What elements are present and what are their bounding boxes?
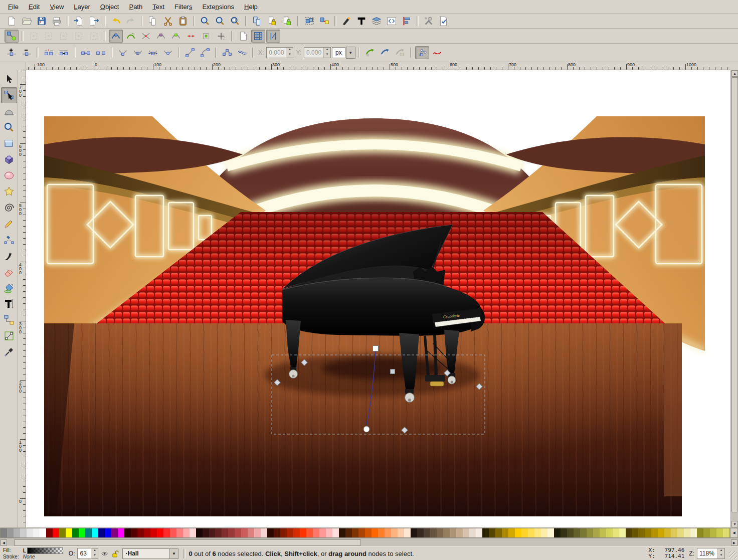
palette-swatch[interactable] [261,528,267,537]
preferences-button[interactable] [422,15,436,28]
snap-bbox-edge-midpoints-button[interactable] [72,30,86,43]
layers-dialog-button[interactable] [370,15,384,28]
snap-page-border-button[interactable] [236,30,250,43]
palette-swatch[interactable] [20,528,27,537]
palette-swatch[interactable] [209,528,216,537]
palette-swatch[interactable] [287,528,293,537]
palette-swatch[interactable] [358,528,365,537]
palette-swatch[interactable] [248,528,254,537]
palette-swatch[interactable] [476,528,482,537]
palette-swatch[interactable] [190,528,196,537]
palette-swatch[interactable] [150,528,157,537]
palette-swatch[interactable] [587,528,593,537]
menu-object[interactable]: Object [95,1,124,13]
palette-swatch[interactable] [424,528,430,537]
x-coordinate-spinbox[interactable]: 0.000▲▼ [266,47,293,58]
palette-swatch[interactable] [411,528,417,537]
palette-swatch[interactable] [72,528,79,537]
copy-button[interactable] [146,15,160,28]
tool-ellipse-button[interactable] [1,167,17,183]
stroke-to-path-button[interactable] [235,46,249,59]
vertical-scrollbar[interactable]: ▲ ▼ [730,70,738,527]
palette-swatch[interactable] [203,528,209,537]
document-properties-button[interactable] [437,15,451,28]
make-auto-button[interactable] [161,46,175,59]
tool-eraser-button[interactable] [1,264,17,280]
y-coordinate-spinbox[interactable]: 0.000▲▼ [304,47,331,58]
palette-swatch[interactable] [254,528,261,537]
palette-swatch[interactable] [469,528,476,537]
palette-swatch[interactable] [437,528,443,537]
window-resize-grip[interactable] [729,551,737,559]
palette-swatch[interactable] [677,528,684,537]
cut-button[interactable] [161,15,175,28]
fill-stroke-dialog-button[interactable] [339,15,353,28]
units-select[interactable]: px [332,47,345,58]
palette-swatch[interactable] [534,528,541,537]
palette-swatch[interactable] [574,528,580,537]
palette-swatch[interactable] [508,528,515,537]
unlink-clone-button[interactable] [280,15,294,28]
palette-swatch[interactable] [606,528,613,537]
undo-button[interactable] [109,15,123,28]
palette-scroll-left-button[interactable]: ◀ [730,528,738,538]
snap-rotation-centers-button[interactable] [214,30,228,43]
palette-swatch[interactable] [131,528,137,537]
palette-swatch[interactable] [495,528,502,537]
print-button[interactable] [50,15,64,28]
tool-node-editor-button[interactable] [1,87,17,103]
horizontal-ruler[interactable]: -10001002003004005006007008009001000 [26,62,730,70]
path-node-square[interactable] [373,346,379,351]
duplicate-button[interactable] [250,15,264,28]
node-handle-square[interactable] [391,369,395,374]
palette-swatch[interactable] [658,528,664,537]
palette-swatch[interactable] [170,528,176,537]
snap-bbox-edges-button[interactable] [42,30,56,43]
palette-swatch[interactable] [228,528,235,537]
zoom-drawing-button[interactable] [213,15,227,28]
palette-swatch[interactable] [118,528,124,537]
show-outline-button[interactable] [430,46,444,59]
palette-swatch[interactable] [59,528,66,537]
snap-line-midpoints-button[interactable] [184,30,198,43]
next-path-effect-button[interactable] [393,46,407,59]
enable-snapping-button[interactable] [5,30,19,43]
palette-swatch[interactable] [111,528,118,537]
palette-swatch[interactable] [664,528,671,537]
palette-swatch[interactable] [235,528,241,537]
path-node-circle[interactable] [363,426,370,432]
current-layer-select[interactable]: ·Hall ▼ [122,548,178,559]
menu-layer[interactable]: Layer [69,1,95,13]
delete-node-button[interactable] [20,46,34,59]
xml-editor-button[interactable] [385,15,399,28]
import-button[interactable] [72,15,86,28]
palette-swatch[interactable] [541,528,547,537]
fill-stroke-indicator[interactable]: Fill: L Stroke: None [3,547,63,559]
palette-swatch[interactable] [385,528,391,537]
scroll-right-arrow[interactable]: ▶ [731,539,737,546]
palette-swatch[interactable] [626,528,632,537]
vertical-scrollbar-thumb[interactable] [731,77,738,512]
palette-swatch[interactable] [163,528,170,537]
palette-swatch[interactable] [580,528,587,537]
snap-to-cusp-nodes-button[interactable] [154,30,168,43]
palette-swatch[interactable] [274,528,280,537]
palette-swatch[interactable] [372,528,378,537]
object-to-path-button[interactable] [220,46,234,59]
palette-swatch[interactable] [98,528,105,537]
tool-star-button[interactable] [1,183,17,200]
snap-bbox-centers-button[interactable] [87,30,101,43]
new-document-button[interactable] [5,15,19,28]
palette-swatch[interactable] [105,528,111,537]
palette-swatch[interactable] [183,528,190,537]
snap-guides-button[interactable] [266,30,280,43]
palette-swatch[interactable] [593,528,600,537]
palette-swatch[interactable] [124,528,131,537]
snap-to-path-intersections-button[interactable] [139,30,153,43]
palette-swatch[interactable] [450,528,456,537]
tool-selector-button[interactable] [1,71,17,87]
palette-swatch[interactable] [222,528,228,537]
menu-path[interactable]: Path [124,1,147,13]
palette-swatch[interactable] [339,528,345,537]
create-clone-button[interactable] [265,15,279,28]
